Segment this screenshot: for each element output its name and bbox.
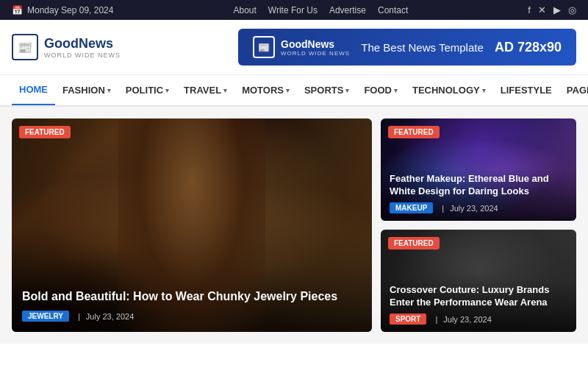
card-date: July 23, 2024 [86, 312, 134, 321]
big-card-content: Bold and Beautiful: How to Wear Chunky J… [12, 279, 372, 332]
logo[interactable]: 📰 GoodNews WORLD WIDE NEWS [12, 34, 121, 60]
featured-badge-1: Featured [388, 126, 440, 138]
side-card-2-title: Crossover Couture: Luxury Brands Enter t… [390, 284, 567, 309]
contact-link[interactable]: Contact [378, 5, 408, 15]
side-card-2-content: Crossover Couture: Luxury Brands Enter t… [381, 277, 576, 332]
featured-badge-2: Featured [388, 237, 440, 250]
chevron-down-icon: ▾ [394, 87, 398, 94]
nav-travel[interactable]: TRAVEL ▾ [176, 76, 234, 105]
top-bar-date: 📅 Monday Sep 09, 2024 [12, 5, 113, 15]
calendar-icon: 📅 [12, 5, 23, 15]
nav-technology[interactable]: TECHNOLOGY ▾ [405, 76, 493, 105]
top-bar-nav: About Write For Us Advertise Contact [233, 5, 408, 15]
logo-text: GoodNews WORLD WIDE NEWS [44, 36, 121, 59]
side-cards: Featured Feather Makeup: Ethereal Blue a… [381, 118, 576, 332]
category-badge-2[interactable]: SPORT [390, 314, 426, 325]
big-card-title: Bold and Beautiful: How to Wear Chunky J… [22, 289, 362, 305]
ad-banner: 📰 GoodNews WORLD WIDE NEWS The Best News… [238, 29, 576, 66]
chevron-down-icon: ▾ [107, 87, 111, 94]
featured-side-card-2[interactable]: Featured Crossover Couture: Luxury Brand… [381, 230, 576, 332]
ad-logo: 📰 GoodNews WORLD WIDE NEWS [253, 36, 350, 58]
nav-politic[interactable]: POLITIC ▾ [118, 76, 176, 105]
chevron-down-icon: ▾ [345, 87, 349, 94]
header: 📰 GoodNews WORLD WIDE NEWS 📰 GoodNews WO… [0, 20, 588, 75]
ad-brand: GoodNews [281, 38, 350, 50]
chevron-down-icon: ▾ [286, 87, 290, 94]
social-icons: f ✕ ▶ ◎ [528, 4, 576, 15]
nav-food[interactable]: FOOD ▾ [356, 76, 405, 105]
about-link[interactable]: About [233, 5, 256, 15]
side-card-1-title: Feather Makeup: Ethereal Blue and White … [390, 173, 567, 198]
logo-sub: WORLD WIDE NEWS [44, 52, 121, 59]
logo-icon: 📰 [12, 34, 38, 60]
chevron-down-icon: ▾ [165, 87, 169, 94]
chevron-down-icon: ▾ [482, 87, 486, 94]
nav-lifestyle[interactable]: LIFESTYLE [493, 76, 559, 105]
ad-logo-icon: 📰 [253, 36, 275, 58]
write-for-us-link[interactable]: Write For Us [268, 5, 318, 15]
instagram-icon[interactable]: ◎ [568, 4, 576, 15]
side-card-1-content: Feather Makeup: Ethereal Blue and White … [381, 166, 576, 221]
card-meta-2: SPORT | July 23, 2024 [390, 314, 567, 325]
ad-tagline: The Best News Template [359, 41, 486, 54]
featured-side-card-1[interactable]: Featured Feather Makeup: Ethereal Blue a… [381, 118, 576, 221]
ad-sub: WORLD WIDE NEWS [281, 50, 350, 57]
nav-fashion[interactable]: FASHION ▾ [55, 76, 118, 105]
main-content: Featured Bold and Beautiful: How to Wear… [0, 107, 588, 344]
nav-motors[interactable]: MOTORS ▾ [234, 76, 297, 105]
ad-code: AD 728x90 [495, 40, 562, 55]
chevron-down-icon: ▾ [223, 87, 227, 94]
logo-brand: GoodNews [44, 36, 121, 52]
nav-sports[interactable]: SPORTS ▾ [297, 76, 356, 105]
category-badge[interactable]: JEWELRY [22, 311, 69, 322]
nav-pages[interactable]: PAGES ▾ [559, 76, 588, 105]
main-nav: HOME FASHION ▾ POLITIC ▾ TRAVEL ▾ MOTORS… [0, 75, 588, 107]
featured-big-card[interactable]: Featured Bold and Beautiful: How to Wear… [12, 118, 372, 332]
card-meta-1: MAKEUP | July 23, 2024 [390, 202, 567, 213]
nav-items: HOME FASHION ▾ POLITIC ▾ TRAVEL ▾ MOTORS… [12, 75, 588, 105]
card-date-1: July 23, 2024 [450, 204, 498, 213]
featured-badge: Featured [19, 126, 71, 138]
facebook-icon[interactable]: f [528, 4, 531, 15]
top-bar: 📅 Monday Sep 09, 2024 About Write For Us… [0, 0, 588, 20]
category-badge-1[interactable]: MAKEUP [390, 202, 433, 213]
card-meta: JEWELRY | July 23, 2024 [22, 311, 362, 322]
nav-home[interactable]: HOME [12, 75, 55, 105]
ad-logo-text: GoodNews WORLD WIDE NEWS [281, 38, 350, 57]
twitter-x-icon[interactable]: ✕ [538, 4, 546, 15]
advertise-link[interactable]: Advertise [329, 5, 366, 15]
card-date-2: July 23, 2024 [443, 315, 491, 324]
youtube-icon[interactable]: ▶ [553, 4, 561, 15]
date-text: Monday Sep 09, 2024 [27, 5, 113, 15]
